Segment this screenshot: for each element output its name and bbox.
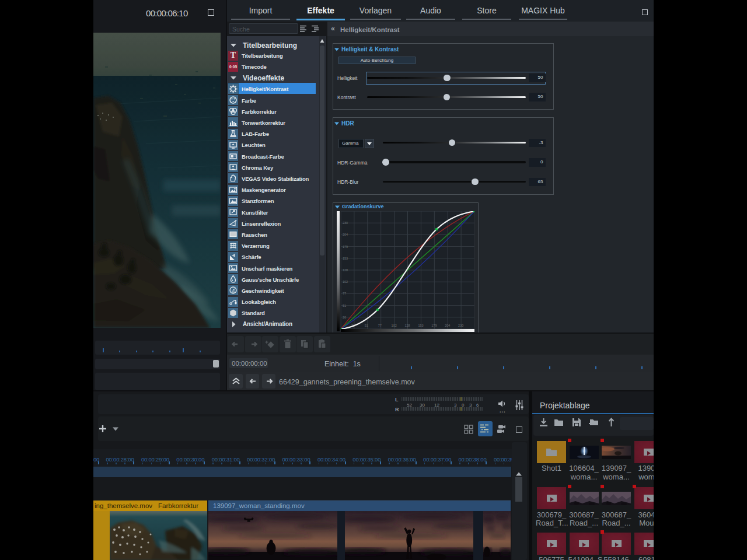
svg-text:26: 26 [343, 316, 346, 319]
svg-text:77: 77 [378, 324, 382, 327]
svg-text:153: 153 [418, 324, 423, 327]
svg-text:204: 204 [343, 233, 348, 236]
svg-text:128: 128 [343, 268, 348, 272]
svg-text:51: 51 [343, 304, 346, 307]
svg-text:77: 77 [343, 292, 346, 295]
svg-text:230: 230 [343, 221, 348, 225]
svg-text:60: 60 [232, 290, 235, 293]
svg-text:51: 51 [365, 324, 368, 327]
svg-text:128: 128 [405, 324, 410, 327]
svg-text:102: 102 [392, 324, 397, 327]
svg-text:153: 153 [343, 257, 348, 260]
svg-text:230: 230 [458, 324, 463, 327]
svg-text:179: 179 [343, 245, 348, 249]
svg-text:179: 179 [431, 324, 437, 327]
svg-text:102: 102 [343, 280, 348, 284]
svg-text:204: 204 [445, 324, 450, 327]
